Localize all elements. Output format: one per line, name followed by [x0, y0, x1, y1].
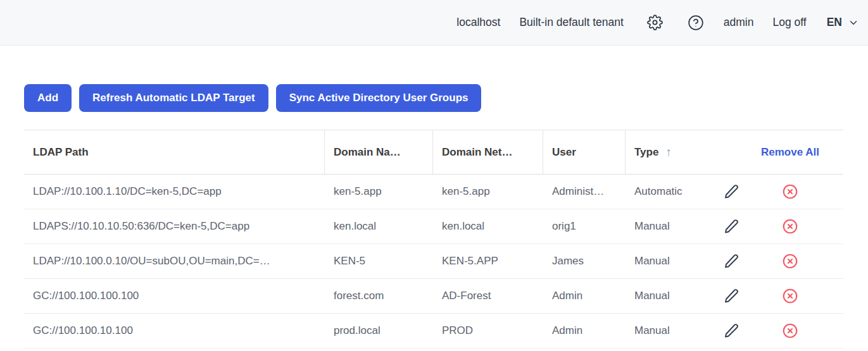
column-header-type-label: Type	[634, 146, 658, 159]
chevron-down-icon	[848, 17, 859, 28]
remove-button[interactable]	[781, 252, 800, 271]
pencil-icon	[724, 323, 739, 338]
remove-circle-icon	[782, 218, 798, 235]
help-button[interactable]	[687, 14, 705, 32]
table-header-row: LDAP Path Domain Na… Domain Net… User Ty…	[24, 130, 843, 175]
tenant-label: Built-in default tenant	[519, 16, 623, 29]
cell-type: Automatic	[626, 175, 703, 209]
cell-ldap-path: GC://100.100.10.100	[24, 314, 325, 348]
cell-domain-name: ken-5.app	[325, 175, 433, 209]
table-row: GC://100.100.100.100 forest.com AD-Fores…	[24, 279, 843, 314]
header-spacer	[821, 130, 843, 174]
remove-all-link[interactable]: Remove All	[761, 146, 819, 159]
cell-domain-name: prod.local	[325, 314, 433, 348]
topbar: localhost Built-in default tenant admin …	[0, 0, 868, 46]
settings-button[interactable]	[646, 14, 664, 32]
column-header-ldap-path[interactable]: LDAP Path	[24, 130, 325, 174]
cell-domain-name: ken.local	[325, 209, 433, 243]
host-label: localhost	[456, 16, 500, 29]
table-row: LDAPS://10.10.10.50:636/DC=ken-5,DC=app …	[24, 209, 843, 244]
remove-circle-icon	[782, 183, 798, 200]
remove-circle-icon	[782, 253, 798, 269]
column-header-type[interactable]: Type ↑	[626, 130, 703, 174]
remove-circle-icon	[782, 288, 798, 304]
remove-button[interactable]	[781, 286, 800, 305]
column-header-edit	[703, 130, 760, 174]
cell-ldap-path: GC://100.100.100.100	[24, 279, 325, 313]
sync-ad-groups-button[interactable]: Sync Active Directory User Groups	[276, 84, 482, 112]
cell-domain-name: KEN-5	[325, 244, 433, 278]
pencil-icon	[724, 219, 739, 234]
logoff-link[interactable]: Log off	[772, 16, 806, 29]
admin-user-label[interactable]: admin	[724, 16, 754, 29]
remove-button[interactable]	[781, 217, 800, 236]
toolbar: Add Refresh Automatic LDAP Target Sync A…	[24, 84, 868, 112]
remove-circle-icon	[782, 323, 798, 339]
table-row: LDAP://10.100.0.10/OU=subOU,OU=main,DC=……	[24, 244, 843, 279]
cell-user: Admin	[543, 314, 626, 348]
cell-ldap-path: LDAP://10.100.1.10/DC=ken-5,DC=app	[24, 175, 325, 209]
table-row: LDAP://10.100.1.10/DC=ken-5,DC=app ken-5…	[24, 175, 843, 209]
pencil-icon	[724, 288, 739, 304]
add-button[interactable]: Add	[24, 84, 72, 112]
cell-domain-name: forest.com	[325, 279, 433, 313]
remove-button[interactable]	[781, 321, 800, 340]
help-icon	[688, 15, 704, 31]
edit-button[interactable]	[722, 321, 741, 340]
cell-domain-netbios: ken-5.app	[433, 175, 543, 209]
edit-button[interactable]	[722, 252, 741, 271]
cell-type: Manual	[626, 244, 703, 278]
cell-ldap-path: LDAP://10.100.0.10/OU=subOU,OU=main,DC=…	[24, 244, 325, 278]
pencil-icon	[724, 184, 739, 199]
cell-type: Manual	[626, 314, 703, 348]
column-header-user[interactable]: User	[543, 130, 626, 174]
sort-ascending-icon: ↑	[665, 145, 672, 159]
cell-ldap-path: LDAPS://10.10.10.50:636/DC=ken-5,DC=app	[24, 209, 325, 243]
refresh-ldap-button[interactable]: Refresh Automatic LDAP Target	[79, 84, 268, 112]
table-row: GC://100.100.10.100 prod.local PROD Admi…	[24, 314, 843, 348]
cell-domain-netbios: PROD	[433, 314, 543, 348]
ldap-targets-table: LDAP Path Domain Na… Domain Net… User Ty…	[24, 130, 843, 348]
edit-button[interactable]	[722, 182, 741, 201]
cell-user: orig1	[543, 209, 626, 243]
language-selector[interactable]: EN	[827, 16, 859, 29]
cell-domain-netbios: KEN-5.APP	[433, 244, 543, 278]
edit-button[interactable]	[722, 217, 741, 236]
cell-user: Admin	[543, 279, 626, 313]
cell-type: Manual	[626, 279, 703, 313]
cell-user: Administ…	[543, 175, 626, 209]
column-header-domain-netbios[interactable]: Domain Net…	[433, 130, 543, 174]
language-label: EN	[827, 16, 842, 29]
pencil-icon	[724, 254, 739, 269]
remove-button[interactable]	[781, 182, 800, 201]
cell-domain-netbios: AD-Forest	[433, 279, 543, 313]
column-header-domain-name[interactable]: Domain Na…	[325, 130, 433, 174]
edit-button[interactable]	[722, 286, 741, 305]
gear-icon	[647, 15, 663, 30]
cell-type: Manual	[626, 209, 703, 243]
column-header-remove: Remove All	[760, 130, 821, 174]
cell-user: James	[543, 244, 626, 278]
cell-domain-netbios: ken.local	[433, 209, 543, 243]
